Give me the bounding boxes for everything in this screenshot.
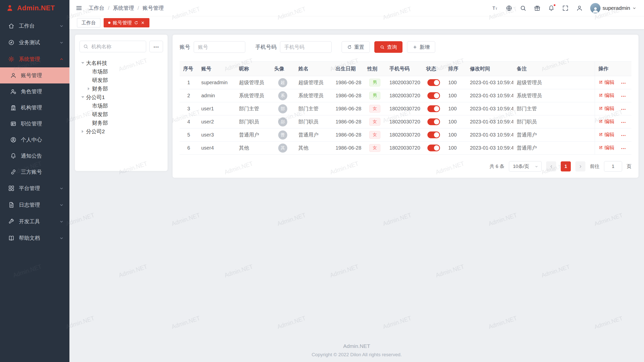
- table-row: 6 user4 其他 其 其他 1986-06-28 女 18020030720…: [180, 142, 631, 155]
- active-tab-dot: [108, 22, 110, 24]
- reset-button[interactable]: 重置: [342, 41, 370, 53]
- prev-page-button[interactable]: [546, 161, 556, 171]
- font-size-icon[interactable]: TT: [492, 5, 498, 12]
- status-toggle[interactable]: [427, 105, 440, 112]
- sidebar-item-label: 职位管理: [21, 120, 64, 127]
- edit-icon: [598, 106, 603, 111]
- more-actions-icon[interactable]: [620, 106, 626, 112]
- edit-button[interactable]: 编辑: [598, 144, 615, 151]
- add-button[interactable]: 新增: [407, 41, 435, 53]
- phone-filter-input[interactable]: [280, 41, 332, 53]
- sidebar-item-org[interactable]: 机构管理: [0, 100, 69, 116]
- user-menu[interactable]: superadmin: [590, 3, 636, 13]
- chevron-down-icon: [632, 6, 636, 10]
- caret-down-icon[interactable]: [79, 95, 86, 100]
- edit-button[interactable]: 编辑: [598, 92, 615, 99]
- column-header: 出生日期: [332, 62, 364, 76]
- logo-text: Admin.NET: [17, 4, 55, 12]
- breadcrumb-item[interactable]: 工作台: [89, 5, 104, 12]
- theme-config-icon[interactable]: [534, 5, 541, 12]
- sidebar-item-system[interactable]: 系统管理: [0, 51, 69, 67]
- sidebar-item-workbench[interactable]: 工作台: [0, 18, 69, 34]
- tree-node[interactable]: 研发部: [79, 76, 163, 84]
- tree-node[interactable]: 分公司2: [79, 127, 163, 136]
- page-footer: Admin.NET Copyright © 2022 Dilon All rig…: [69, 343, 644, 362]
- caret-right-icon[interactable]: [86, 87, 92, 90]
- search-icon[interactable]: [520, 5, 527, 12]
- tab-account-management[interactable]: 账号管理: [104, 18, 149, 27]
- sidebar-item-notice[interactable]: 通知公告: [0, 148, 69, 164]
- sidebar-item-devtools[interactable]: 开发工具: [0, 213, 69, 230]
- cell-remark: 普通用户: [513, 142, 595, 155]
- sidebar-item-profile[interactable]: 个人中心: [0, 132, 69, 148]
- breadcrumb-item[interactable]: 系统管理: [113, 5, 134, 12]
- account-filter-input[interactable]: [194, 41, 245, 53]
- cell-account: superadmin: [198, 76, 235, 89]
- page-size-select[interactable]: 10条/页: [509, 161, 542, 172]
- status-toggle[interactable]: [427, 131, 440, 138]
- org-search-input[interactable]: [79, 41, 146, 52]
- caret-right-icon[interactable]: [79, 130, 86, 133]
- sidebar-item-position[interactable]: 职位管理: [0, 116, 69, 132]
- tree-node[interactable]: 研发部: [79, 110, 163, 119]
- tree-node[interactable]: 大名科技: [79, 59, 163, 67]
- account-filter-label: 账号: [180, 43, 190, 51]
- edit-button[interactable]: 编辑: [598, 105, 615, 112]
- cell-nickname: 普通用户: [235, 128, 271, 142]
- search-button[interactable]: 查询: [374, 41, 403, 53]
- gender-tag: 女: [369, 105, 380, 112]
- gear-icon: [8, 56, 15, 62]
- page-number-button[interactable]: 1: [561, 161, 571, 171]
- breadcrumb-item[interactable]: 账号管理: [143, 5, 164, 12]
- more-actions-icon[interactable]: [620, 146, 626, 152]
- more-actions-icon[interactable]: [620, 80, 626, 86]
- tree-node[interactable]: 市场部: [79, 102, 163, 110]
- goto-page-input[interactable]: [604, 161, 622, 172]
- app-logo[interactable]: Admin.NET: [0, 0, 69, 16]
- tree-node[interactable]: 分公司1: [79, 93, 163, 102]
- status-toggle[interactable]: [427, 118, 440, 125]
- notification-icon[interactable]: [548, 5, 555, 12]
- phone-filter-label: 手机号码: [255, 43, 276, 51]
- edit-button[interactable]: 编辑: [598, 79, 615, 86]
- more-actions-icon[interactable]: [620, 132, 626, 139]
- status-toggle[interactable]: [427, 92, 440, 99]
- chevron-down-icon: [59, 24, 64, 28]
- cell-phone: 18020030720: [386, 76, 423, 89]
- status-toggle[interactable]: [427, 145, 440, 151]
- sidebar-item-role[interactable]: 角色管理: [0, 83, 69, 100]
- sidebar-item-thirdparty[interactable]: 三方账号: [0, 164, 69, 180]
- cell-remark: 系统管理员: [513, 89, 595, 102]
- sidebar-item-account[interactable]: 账号管理: [0, 67, 69, 83]
- org-more-button[interactable]: ...: [149, 41, 163, 52]
- cell-phone: 18020030720: [386, 128, 423, 142]
- more-actions-icon[interactable]: [620, 93, 626, 99]
- tree-node[interactable]: 市场部: [79, 67, 163, 76]
- more-actions-icon[interactable]: [620, 119, 626, 125]
- menu-collapse-icon[interactable]: [75, 5, 83, 12]
- sidebar-item-log[interactable]: 日志管理: [0, 197, 69, 213]
- edit-button[interactable]: 编辑: [598, 131, 615, 138]
- language-icon[interactable]: [506, 5, 512, 12]
- tab-workbench[interactable]: 工作台: [77, 18, 100, 27]
- close-icon[interactable]: [141, 21, 145, 25]
- sidebar-item-business-test[interactable]: 业务测试: [0, 34, 69, 51]
- sidebar-item-docs[interactable]: 帮助文档: [0, 230, 69, 246]
- next-page-button[interactable]: [575, 161, 585, 171]
- edit-button[interactable]: 编辑: [598, 118, 615, 125]
- cell-birthday: 1986-06-28: [332, 102, 364, 115]
- caret-down-icon[interactable]: [79, 61, 86, 65]
- user-icon[interactable]: [576, 5, 583, 12]
- refresh-icon[interactable]: [134, 21, 138, 25]
- fullscreen-icon[interactable]: [562, 5, 569, 12]
- tree-node-label: 市场部: [92, 68, 108, 75]
- tree-node[interactable]: 财务部: [79, 119, 163, 127]
- refresh-icon: [347, 45, 352, 50]
- tree-node[interactable]: 财务部: [79, 84, 163, 93]
- cell-nickname: 超级管理员: [235, 76, 271, 89]
- cell-remark: 普通用户: [513, 128, 595, 142]
- filter-row: 账号 手机号码 重置 查询 新增: [180, 41, 631, 53]
- sidebar-item-platform[interactable]: 平台管理: [0, 180, 69, 197]
- chevron-up-icon: [59, 57, 64, 62]
- status-toggle[interactable]: [427, 79, 440, 86]
